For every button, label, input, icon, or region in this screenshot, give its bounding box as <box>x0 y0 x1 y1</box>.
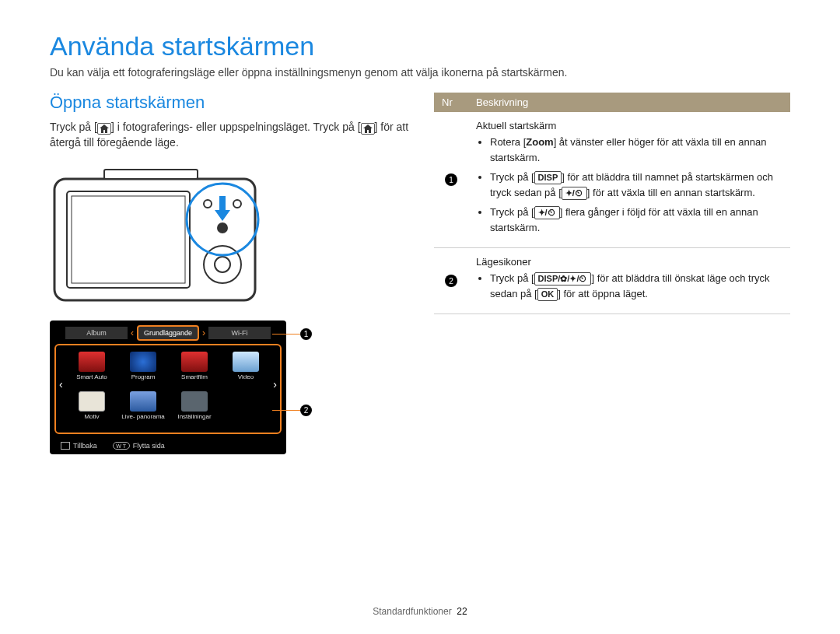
chevron-left-icon: ‹ <box>129 328 135 338</box>
row1-bullet3: Tryck på [✦/⏲] flera gånger i följd för … <box>490 205 782 235</box>
table-row: 1 Aktuell startskärm Rotera [Zoom] åt vä… <box>434 112 790 248</box>
row-number-2: 2 <box>445 275 457 287</box>
disp-nav-icons: DISP/✿/✦/⏲ <box>534 272 592 285</box>
intro-text: Du kan välja ett fotograferingsläge elle… <box>50 66 790 79</box>
row1-bullet1: Rotera [Zoom] åt vänster eller höger för… <box>490 135 782 165</box>
svg-point-5 <box>215 257 230 272</box>
preview-footer-bar: Tillbaka W TFlytta sida <box>54 439 282 450</box>
row2-bullet1: Tryck på [DISP/✿/✦/⏲] för att bläddra ti… <box>490 271 782 301</box>
table-head-desc: Beskrivning <box>468 93 790 112</box>
callout-1: 1 <box>272 328 312 340</box>
description-table: Nr Beskrivning 1 Aktuell startskärm Rote… <box>434 93 790 314</box>
page-title: Använda startskärmen <box>50 31 790 61</box>
svg-point-6 <box>217 222 228 233</box>
flash-timer-icon: ✦/⏲ <box>562 187 587 200</box>
camera-diagram <box>50 162 415 310</box>
home-icon <box>97 123 111 135</box>
chevron-left-icon: ‹ <box>59 378 63 391</box>
table-head-nr: Nr <box>434 93 468 112</box>
home-icon <box>61 442 70 450</box>
home-icon <box>361 123 375 135</box>
instruction-paragraph: Tryck på [ ] i fotograferings- eller upp… <box>50 119 415 151</box>
flash-timer-icon: ✦/⏲ <box>534 206 560 219</box>
mode-scene: Motiv <box>70 391 114 426</box>
row1-lead: Aktuell startskärm <box>476 120 782 131</box>
mode-grid: Smart Auto Program Smartfilm Video Motiv… <box>70 352 266 426</box>
tab-wifi: Wi-Fi <box>208 327 271 339</box>
ok-button-icon: OK <box>537 288 558 301</box>
row2-lead: Lägesikoner <box>476 256 782 268</box>
mode-live-panorama: Live- panorama <box>121 391 165 426</box>
callout-2: 2 <box>272 405 312 416</box>
home-screen-preview: Album ‹ Grundläggande › Wi-Fi ‹ › Smart … <box>50 321 286 454</box>
mode-program: Program <box>121 352 165 387</box>
svg-rect-10 <box>104 170 198 179</box>
row-number-1: 1 <box>445 173 457 186</box>
mode-video: Video <box>224 352 268 387</box>
svg-rect-1 <box>67 191 190 288</box>
row1-bullet2: Tryck på [DISP] för att bläddra till nam… <box>490 170 782 200</box>
tab-album: Album <box>65 327 128 339</box>
page-footer: Standardfunktioner 22 <box>0 606 840 617</box>
table-row: 2 Lägesikoner Tryck på [DISP/✿/✦/⏲] för … <box>434 248 790 314</box>
mode-smartfilm: Smartfilm <box>173 352 216 387</box>
section-subtitle: Öppna startskärmen <box>50 93 415 113</box>
tab-basic: Grundläggande <box>137 325 199 341</box>
mode-settings: Inställningar <box>173 391 216 426</box>
home-tabs: Album ‹ Grundläggande › Wi-Fi <box>54 325 282 341</box>
chevron-right-icon: › <box>201 328 207 338</box>
disp-button-icon: DISP <box>534 171 562 184</box>
chevron-right-icon: › <box>273 378 277 391</box>
mode-smart-auto: Smart Auto <box>70 352 114 387</box>
